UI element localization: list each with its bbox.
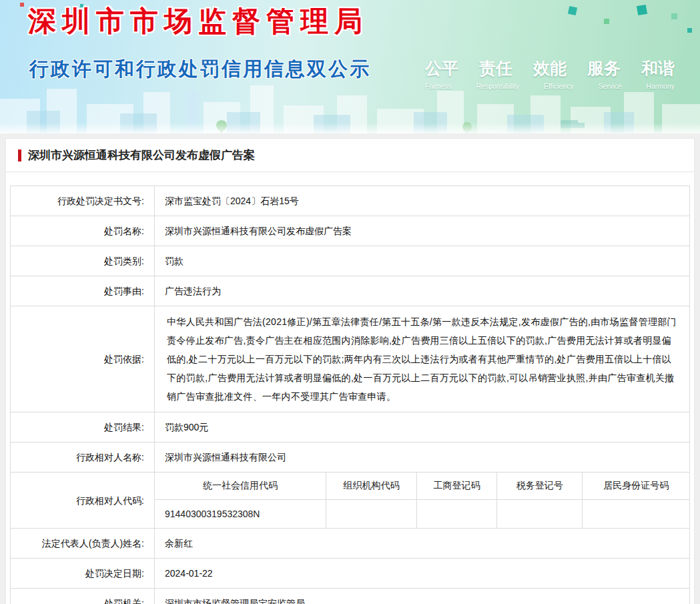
- party-codes-header-row: 统一社会信用代码 组织机构代码 工商登记码 税务登记号 居民身份证号码: [155, 473, 689, 500]
- slogan-cn-word: 责任: [479, 57, 512, 79]
- party-codes-cell: 统一社会信用代码 组织机构代码 工商登记码 税务登记号 居民身份证号码 9144…: [155, 473, 690, 529]
- code-value: [583, 500, 689, 529]
- table-row-penalty-category: 处罚类别: 罚款: [11, 246, 690, 276]
- slogan-en-word: Responsibility: [476, 82, 519, 90]
- code-column-header: 统一社会信用代码: [155, 473, 326, 500]
- field-label: 处罚名称:: [11, 216, 155, 246]
- slogan-cn-word: 和谐: [641, 57, 675, 79]
- field-value: 2024-01-22: [155, 559, 690, 589]
- slogan-en-word: Efficiency: [544, 82, 574, 90]
- slogan-cn-word: 公平: [425, 57, 458, 79]
- decor-square: [20, 3, 24, 7]
- code-value: [326, 500, 416, 529]
- field-value: 广告违法行为: [155, 276, 690, 306]
- slogan-en-word: Harmony: [646, 82, 675, 90]
- field-value: 深市监宝处罚〔2024〕石岩15号: [155, 186, 690, 216]
- table-row-party-name: 行政相对人名称: 深圳市兴源恒通科技有限公司: [11, 442, 690, 473]
- field-value: 罚款900元: [155, 412, 690, 442]
- field-label: 处罚机关:: [11, 589, 155, 604]
- code-column-header: 工商登记码: [416, 473, 496, 500]
- decor-square: [687, 28, 692, 33]
- field-label: 处罚类别:: [11, 246, 155, 276]
- site-banner: 深圳市市场监督管理局 行政许可和行政处罚信用信息双公示 公平 责任 效能 服务 …: [0, 0, 700, 133]
- field-label: 处罚结果:: [11, 412, 155, 442]
- code-value: [497, 500, 583, 529]
- decor-square: [671, 13, 677, 19]
- field-value: 深圳市兴源恒通科技有限公司发布虚假广告案: [155, 216, 690, 246]
- field-label: 处罚事由:: [11, 276, 155, 306]
- code-value: [416, 500, 496, 529]
- site-subtitle: 行政许可和行政处罚信用信息双公示: [29, 56, 371, 83]
- field-value: 中华人民共和国广告法(2021修正)/第五章法律责任/第五十五条/第一款违反本法…: [155, 306, 690, 412]
- case-title: 深圳市兴源恒通科技有限公司发布虚假广告案: [28, 147, 255, 163]
- slogan-en: Faimess Responsibility Efficiency Servic…: [425, 82, 675, 90]
- slogan-block: 公平 责任 效能 服务 和谐 Faimess Responsibility Ef…: [425, 57, 675, 90]
- table-row-penalty-name: 处罚名称: 深圳市兴源恒通科技有限公司发布虚假广告案: [11, 216, 690, 246]
- site-title: 深圳市市场监督管理局: [28, 3, 368, 40]
- table-row-decision-date: 处罚决定日期: 2024-01-22: [11, 559, 690, 589]
- slogan-cn-word: 效能: [533, 57, 567, 79]
- decor-square: [568, 6, 577, 15]
- field-value: 罚款: [155, 246, 690, 276]
- field-value: 余新红: [155, 529, 690, 559]
- party-codes-table: 统一社会信用代码 组织机构代码 工商登记码 税务登记号 居民身份证号码 9144…: [155, 473, 689, 528]
- penalty-info-table: 行政处罚决定书文号: 深市监宝处罚〔2024〕石岩15号 处罚名称: 深圳市兴源…: [10, 186, 690, 604]
- field-label: 行政处罚决定书文号:: [11, 186, 155, 216]
- slogan-en-word: Faimess: [425, 82, 452, 90]
- content-panel: 深圳市兴源恒通科技有限公司发布虚假广告案 行政处罚决定书文号: 深市监宝处罚〔2…: [5, 138, 695, 604]
- table-row-decision-number: 行政处罚决定书文号: 深市监宝处罚〔2024〕石岩15号: [11, 186, 690, 216]
- party-codes-value-row: 91440300319532308N: [155, 500, 689, 529]
- table-row-penalty-result: 处罚结果: 罚款900元: [11, 412, 690, 442]
- page: 深圳市市场监督管理局 行政许可和行政处罚信用信息双公示 公平 责任 效能 服务 …: [0, 0, 700, 604]
- table-row-penalty-basis: 处罚依据: 中华人民共和国广告法(2021修正)/第五章法律责任/第五十五条/第…: [11, 306, 690, 412]
- code-column-header: 税务登记号: [497, 473, 583, 500]
- penalty-info-section: 行政处罚决定书文号: 深市监宝处罚〔2024〕石岩15号 处罚名称: 深圳市兴源…: [6, 172, 694, 604]
- table-row-penalty-reason: 处罚事由: 广告违法行为: [11, 276, 690, 306]
- table-row-legal-representative: 法定代表人(负责人)姓名: 余新红: [11, 529, 690, 559]
- field-label: 行政相对人名称:: [11, 442, 155, 473]
- field-value: 深圳市兴源恒通科技有限公司: [155, 442, 690, 473]
- field-label: 法定代表人(负责人)姓名:: [11, 529, 155, 559]
- case-title-row: 深圳市兴源恒通科技有限公司发布虚假广告案: [6, 139, 694, 172]
- slogan-en-word: Service: [599, 82, 622, 90]
- table-row-penalty-authority: 处罚机关: 深圳市市场监督管理局宝安监管局: [11, 589, 690, 604]
- field-label: 处罚决定日期:: [11, 559, 155, 589]
- title-accent-bar: [18, 149, 21, 162]
- code-column-header: 居民身份证号码: [583, 473, 689, 500]
- slogan-cn-word: 服务: [587, 57, 621, 79]
- decor-square: [604, 19, 609, 24]
- slogan-cn: 公平 责任 效能 服务 和谐: [425, 57, 675, 79]
- field-value: 深圳市市场监督管理局宝安监管局: [155, 589, 690, 604]
- field-label: 处罚依据:: [11, 306, 155, 412]
- table-row-party-codes: 行政相对人代码: 统一社会信用代码 组织机构代码: [11, 473, 690, 529]
- decor-square: [637, 5, 647, 15]
- code-column-header: 组织机构代码: [326, 473, 416, 500]
- code-value: 91440300319532308N: [155, 500, 326, 529]
- field-label: 行政相对人代码:: [11, 473, 155, 529]
